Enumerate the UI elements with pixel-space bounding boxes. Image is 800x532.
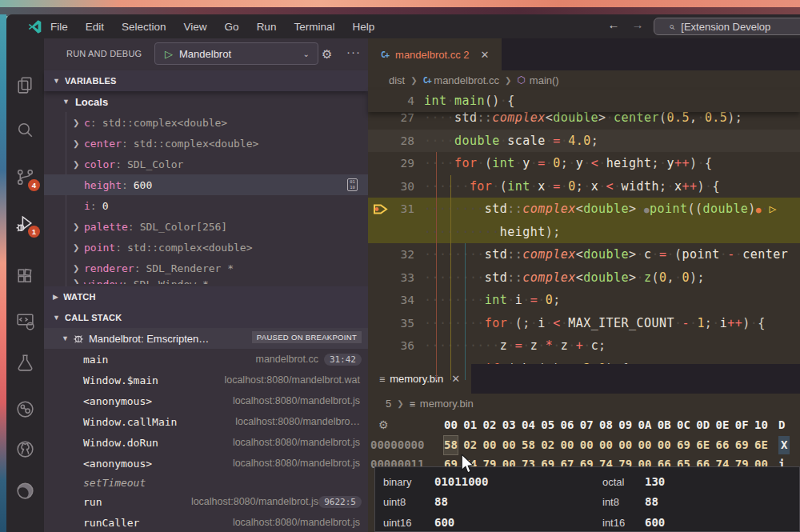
- menu-selection[interactable]: Selection: [113, 21, 175, 33]
- code-line-30[interactable]: 30······for·(int·x·=·0;·x·<·width;·x++)·…: [368, 175, 800, 198]
- hex-column-0B: 0B: [658, 414, 671, 436]
- indent-guide: [436, 152, 437, 380]
- activity-testing-icon[interactable]: [14, 352, 36, 374]
- code-line-36[interactable]: 36··········z·=·z·*·z·+·c;: [368, 334, 800, 358]
- hex-byte[interactable]: 02: [463, 436, 477, 454]
- breadcrumb-memory-bin[interactable]: memory.bin: [420, 398, 474, 410]
- nav-back-arrow[interactable]: ←: [604, 18, 623, 31]
- stack-frame-anonymous[interactable]: <anonymous>localhost:8080/mandelbrot.js: [44, 390, 368, 411]
- hex-byte[interactable]: 00: [502, 436, 516, 454]
- variable-palette[interactable]: ❯palette:SDL_Color[256]: [44, 216, 368, 237]
- activity-source-control-icon[interactable]: 4: [14, 166, 36, 188]
- close-icon[interactable]: ✕: [451, 373, 460, 385]
- hex-byte[interactable]: 6E: [696, 436, 710, 454]
- chevron-right-icon[interactable]: ❯: [73, 243, 84, 252]
- hex-byte[interactable]: 00: [658, 436, 671, 454]
- activity-edge-tools-icon[interactable]: [14, 480, 36, 502]
- breadcrumb-dist[interactable]: dist: [389, 74, 405, 86]
- menu-run[interactable]: Run: [248, 21, 286, 33]
- breadcrumb-file[interactable]: mandelbrot.cc: [434, 74, 499, 86]
- code-line-34[interactable]: 34········int·i·=·0;: [368, 289, 800, 312]
- hex-byte[interactable]: 58: [444, 436, 458, 454]
- variable-height[interactable]: height:6000110: [44, 174, 368, 195]
- hex-byte[interactable]: 02: [541, 436, 554, 454]
- tab-mandelbrot[interactable]: C+ mandelbrot.cc 2 ✕: [368, 38, 502, 70]
- stack-frame-runCaller[interactable]: runCallerlocalhost:8080/mandelbrot.js: [44, 512, 368, 532]
- hex-settings-gear-icon[interactable]: ⚙: [378, 414, 389, 436]
- hex-byte[interactable]: 00: [580, 436, 594, 454]
- stack-frame-setTimeout[interactable]: setTimeout: [44, 474, 368, 491]
- command-center-search[interactable]: ⌕ [Extension Develop: [654, 18, 800, 35]
- hex-byte[interactable]: 69: [677, 436, 690, 454]
- hex-byte[interactable]: 00: [561, 436, 574, 454]
- chevron-right-icon[interactable]: ❯: [73, 160, 84, 169]
- variable-color[interactable]: ❯color:SDL_Color: [44, 154, 368, 174]
- variable-center[interactable]: ❯center:std::complex<double>: [44, 133, 368, 154]
- code-line-33[interactable]: 33········std::complex<double>·z(0,·0);: [368, 266, 800, 290]
- hex-byte[interactable]: 00: [483, 436, 497, 454]
- close-icon[interactable]: ✕: [481, 49, 490, 61]
- code-line-35[interactable]: 35········for·(;·i·<·MAX_ITER_COUNT·-·1;…: [368, 312, 800, 335]
- symbol-method-icon: ⬡: [517, 74, 525, 86]
- debug-paused-arrow-icon[interactable]: [373, 203, 389, 218]
- hex-byte[interactable]: 58: [522, 436, 535, 454]
- variable-renderer[interactable]: ❯renderer:SDL_Renderer *: [44, 258, 368, 278]
- start-debug-icon[interactable]: ▷: [165, 48, 173, 60]
- variable-point[interactable]: ❯point:std::complex<double>: [44, 237, 368, 258]
- debug-session-row[interactable]: ▼ Mandelbrot: Emscripten… PAUSED ON BREA…: [44, 328, 368, 349]
- code-line-32[interactable]: 32········std::complex<double>·c·=·(poin…: [368, 243, 800, 266]
- stack-frame-main[interactable]: mainmandelbrot.cc31:42: [44, 349, 368, 370]
- hex-byte[interactable]: 66: [716, 436, 730, 454]
- breadcrumb-5[interactable]: 5: [386, 398, 391, 410]
- activity-github-icon[interactable]: [14, 438, 36, 460]
- binary-view-icon[interactable]: 0110: [347, 178, 358, 191]
- stack-frame-Window.doRun[interactable]: Window.doRunlocalhost:8080/mandelbrot.js: [44, 432, 368, 453]
- variable-c[interactable]: ❯c:std::complex<double>: [44, 112, 368, 133]
- activity-live-share-icon[interactable]: [14, 528, 36, 532]
- activity-extensions-icon[interactable]: [14, 266, 36, 288]
- activity-run-and-debug-icon[interactable]: 1: [14, 213, 36, 234]
- chevron-right-icon[interactable]: ❯: [73, 278, 84, 284]
- decoded-char[interactable]: X: [778, 436, 790, 454]
- variable-window[interactable]: ❯window:SDL_Window *: [44, 278, 368, 284]
- breadcrumb-symbol[interactable]: main(): [530, 74, 559, 86]
- menu-go[interactable]: Go: [216, 21, 248, 33]
- more-actions-icon[interactable]: ···: [346, 45, 361, 58]
- watch-section-header[interactable]: ▶ WATCH: [44, 286, 368, 307]
- launch-config-dropdown[interactable]: ▷ Mandelbrot ⌄: [154, 42, 318, 65]
- hex-byte[interactable]: 69: [735, 436, 749, 454]
- code-line-29[interactable]: 29····for·(int·y·=·0;·y·<·height;·y++)·{: [368, 152, 800, 175]
- menu-help[interactable]: Help: [343, 21, 383, 33]
- activity-explorer-icon[interactable]: [14, 74, 36, 96]
- menu-edit[interactable]: Edit: [77, 21, 113, 33]
- hex-byte[interactable]: 00: [599, 436, 613, 454]
- code-line-31-wrap[interactable]: ··········height);: [368, 221, 800, 244]
- debug-settings-gear-icon[interactable]: ⚙: [322, 47, 332, 62]
- chevron-right-icon[interactable]: ❯: [73, 222, 84, 231]
- code-line-28[interactable]: 28····double·scale·=·4.0;: [368, 130, 800, 153]
- menu-terminal[interactable]: Terminal: [285, 21, 343, 33]
- tab-memory-bin[interactable]: ≡ memory.bin ✕: [368, 364, 471, 394]
- activity-remote-explorer-icon[interactable]: [14, 310, 36, 332]
- chevron-right-icon[interactable]: ❯: [73, 139, 84, 148]
- variables-section-header[interactable]: ▼ VARIABLES: [44, 70, 368, 91]
- scope-locals[interactable]: ▼ Locals: [44, 91, 368, 112]
- stack-frame-Window.$main[interactable]: Window.$mainlocalhost:8080/mandelbrot.wa…: [44, 370, 368, 390]
- call-stack-section-header[interactable]: ▼ CALL STACK: [44, 307, 368, 328]
- activity-code-map-icon[interactable]: [14, 398, 36, 420]
- menu-view[interactable]: View: [175, 21, 216, 33]
- variable-i[interactable]: i:0: [44, 195, 368, 216]
- hex-byte[interactable]: 00: [638, 436, 652, 454]
- chevron-right-icon[interactable]: ❯: [73, 264, 84, 273]
- stack-frame-Window.callMain[interactable]: Window.callMainlocalhost:8080/mandelbro…: [44, 411, 368, 432]
- sticky-line[interactable]: 4int·main()·{: [368, 90, 800, 112]
- hex-byte[interactable]: 00: [618, 436, 632, 454]
- hex-byte[interactable]: 6E: [754, 436, 768, 454]
- stack-frame-run[interactable]: runlocalhost:8080/mandelbrot.js9622:5: [44, 491, 368, 512]
- code-line-31[interactable]: 31········std::complex<double>·●point((d…: [368, 198, 800, 221]
- nav-forward-arrow[interactable]: →: [628, 18, 647, 31]
- stack-frame-anonymous[interactable]: <anonymous>localhost:8080/mandelbrot.js: [44, 453, 368, 474]
- chevron-right-icon[interactable]: ❯: [73, 118, 84, 127]
- menu-file[interactable]: File: [42, 21, 77, 33]
- activity-search-icon[interactable]: [14, 119, 36, 141]
